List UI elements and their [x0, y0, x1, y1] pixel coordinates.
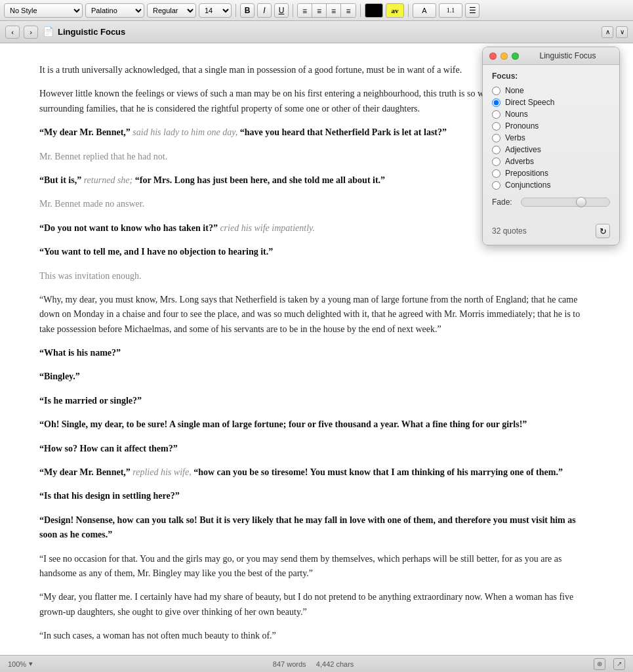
focus-radio-verbs[interactable] — [492, 134, 500, 142]
focus-radio-pronouns[interactable] — [492, 122, 500, 131]
paragraph: “I see no occasion for that. You and the… — [39, 552, 594, 581]
align-justify-button[interactable]: ≡ — [341, 4, 356, 18]
refresh-button[interactable]: ↻ — [596, 224, 610, 238]
zoom-control[interactable]: 100% ▾ — [8, 660, 33, 668]
paragraph: “My dear Mr. Bennet,” replied his wife, … — [39, 465, 594, 480]
focus-radio-direct_speech[interactable] — [492, 98, 500, 107]
align-center-button[interactable]: ≡ — [312, 4, 327, 18]
word-count: 847 words 4,442 chars — [33, 660, 594, 668]
toolbar: No Style Palatino Regular 14 B I U ≡ ≡ ≡… — [0, 0, 633, 21]
panel-body: Focus: NoneDirect SpeechNounsPronounsVer… — [483, 65, 619, 220]
nav-down-button[interactable]: ∨ — [616, 26, 628, 38]
paragraph: This was invitation enough. — [39, 269, 594, 284]
focus-label-adjectives: Adjectives — [505, 145, 541, 154]
italic-button[interactable]: I — [257, 3, 272, 18]
alignment-group: ≡ ≡ ≡ ≡ — [297, 3, 356, 18]
focus-label-pronouns: Pronouns — [505, 121, 539, 131]
status-icon-2[interactable]: ↗ — [613, 658, 625, 670]
paragraph: “Why, my dear, you must know, Mrs. Long … — [39, 293, 594, 337]
focus-radio-prepositions[interactable] — [492, 169, 500, 178]
focus-label: Focus: — [492, 72, 610, 81]
fade-label: Fade: — [492, 198, 516, 207]
back-button[interactable]: ‹ — [5, 26, 20, 39]
paragraph: “Bingley.” — [39, 369, 594, 384]
paragraph: “How so? How can it affect them?” — [39, 442, 594, 456]
paragraph: “Is he married or single?” — [39, 394, 594, 408]
align-left-button[interactable]: ≡ — [298, 4, 312, 18]
highlight-button[interactable]: av — [386, 3, 404, 18]
weight-select[interactable]: Regular — [147, 3, 196, 18]
zoom-value: 100% — [8, 660, 26, 668]
focus-option-adjectives[interactable]: Adjectives — [492, 145, 610, 154]
text-color-button[interactable] — [365, 3, 383, 18]
focus-radio-adverbs[interactable] — [492, 158, 500, 166]
style-select[interactable]: No Style — [4, 3, 83, 18]
separator2 — [293, 4, 293, 17]
forward-button[interactable]: › — [24, 26, 38, 39]
font-size-display: A — [413, 3, 436, 18]
focus-radio-adjectives[interactable] — [492, 146, 500, 154]
separator3 — [360, 4, 361, 17]
fade-row: Fade: — [492, 198, 610, 207]
focus-option-conjunctions[interactable]: Conjunctions — [492, 180, 610, 190]
paragraph: “Design! Nonsense, how can you talk so! … — [39, 513, 594, 543]
paragraph: “My dear, you flatter me. I certainly ha… — [39, 590, 594, 620]
line-spacing-display: 1.1 — [439, 3, 462, 18]
focus-radio-none[interactable] — [492, 87, 500, 95]
nav-right-controls: ∧ ∨ — [602, 26, 628, 38]
quotes-count: 32 quotes — [492, 226, 527, 236]
list-button[interactable]: ☰ — [465, 3, 480, 18]
focus-radio-conjunctions[interactable] — [492, 181, 500, 190]
maximize-button[interactable] — [512, 52, 519, 60]
font-select[interactable]: Palatino — [85, 3, 144, 18]
focus-option-prepositions[interactable]: Prepositions — [492, 169, 610, 178]
paragraph: “Oh! Single, my dear, to be sure! A sing… — [39, 417, 594, 432]
size-select[interactable]: 14 — [199, 3, 232, 18]
focus-option-verbs[interactable]: Verbs — [492, 133, 610, 142]
focus-option-adverbs[interactable]: Adverbs — [492, 157, 610, 166]
separator — [235, 4, 236, 17]
paragraph: “What is his name?” — [39, 346, 594, 360]
doc-icon: 📄 — [42, 26, 54, 38]
nav-title: Linguistic Focus — [58, 27, 598, 37]
paragraph: “You want to tell me, and I have no obje… — [39, 245, 594, 259]
paragraph: “In such cases, a woman has not often mu… — [39, 629, 594, 643]
panel-titlebar: Linguistic Focus — [483, 47, 619, 65]
panel-footer: 32 quotes ↻ — [483, 220, 619, 245]
focus-label-none: None — [505, 86, 524, 95]
focus-label-direct_speech: Direct Speech — [505, 98, 554, 107]
focus-panel: Linguistic Focus Focus: NoneDirect Speec… — [482, 47, 620, 245]
focus-label-prepositions: Prepositions — [505, 169, 548, 178]
focus-label-conjunctions: Conjunctions — [505, 180, 550, 190]
minimize-button[interactable] — [500, 52, 508, 60]
focus-option-direct_speech[interactable]: Direct Speech — [492, 98, 610, 107]
close-button[interactable] — [489, 52, 497, 60]
align-right-button[interactable]: ≡ — [327, 4, 341, 18]
underline-button[interactable]: U — [274, 3, 289, 18]
navbar: ‹ › 📄 Linguistic Focus ∧ ∨ — [0, 21, 633, 43]
focus-option-pronouns[interactable]: Pronouns — [492, 121, 610, 131]
status-icon-1[interactable]: ⊕ — [594, 658, 605, 670]
bold-button[interactable]: B — [240, 3, 255, 18]
focus-label-nouns: Nouns — [505, 110, 528, 119]
separator4 — [408, 4, 409, 17]
statusbar: 100% ▾ 847 words 4,442 chars ⊕ ↗ — [0, 655, 633, 672]
focus-option-none[interactable]: None — [492, 86, 610, 95]
fade-slider[interactable] — [521, 198, 610, 207]
panel-title: Linguistic Focus — [523, 51, 613, 60]
focus-radio-nouns[interactable] — [492, 110, 500, 119]
focus-label-adverbs: Adverbs — [505, 157, 534, 166]
focus-options: NoneDirect SpeechNounsPronounsVerbsAdjec… — [492, 86, 610, 190]
main-area: It is a truth universally acknowledged, … — [0, 43, 633, 655]
focus-option-nouns[interactable]: Nouns — [492, 110, 610, 119]
paragraph: “Is that his design in settling here?” — [39, 489, 594, 503]
status-right: ⊕ ↗ — [594, 658, 625, 670]
focus-label-verbs: Verbs — [505, 133, 525, 142]
nav-up-button[interactable]: ∧ — [602, 26, 613, 38]
